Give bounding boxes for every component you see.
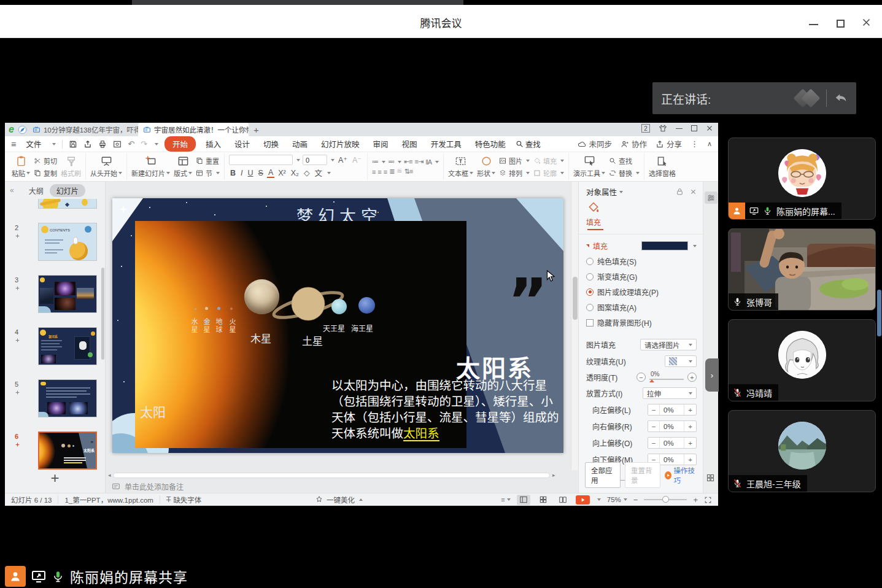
line-spacing-icon[interactable]: ⇅≡ [404, 168, 413, 176]
font-color-button[interactable]: A [267, 168, 274, 178]
menu-slideshow[interactable]: 幻灯片放映 [317, 137, 363, 151]
menu-home-tab[interactable]: 开始 [164, 136, 196, 152]
offset-left-stepper[interactable]: −0%+ [648, 404, 697, 416]
transparency-slider[interactable]: 0% [649, 373, 684, 382]
skin-icon[interactable] [659, 124, 667, 133]
superscript-button[interactable]: X² [277, 169, 287, 177]
view-sorter-button[interactable] [536, 495, 550, 505]
slide-thumb-row-3[interactable]: 3 [5, 275, 105, 313]
document-tab-1[interactable]: 10分钟穿越138亿年宇宙，吓得我 [28, 123, 138, 136]
share-button[interactable]: 分享 [656, 138, 682, 150]
slide-4-thumbnail[interactable]: 银河系 [38, 327, 97, 365]
justify-icon[interactable]: ≣ [389, 168, 394, 176]
redo-icon[interactable]: ↷ [141, 139, 147, 149]
menu-find[interactable]: 查找 [516, 138, 541, 150]
play-options-caret[interactable] [597, 498, 601, 501]
arrange-button[interactable]: 排列 [499, 168, 530, 178]
align-right-icon[interactable]: ≡ [384, 168, 387, 176]
menu-transition[interactable]: 切换 [260, 137, 282, 151]
wps-logo-icon[interactable]: e [9, 124, 14, 135]
more-menu-icon[interactable]: ⋮ [691, 139, 698, 149]
clear-format-icon[interactable]: ◇ [303, 168, 311, 177]
offset-right-stepper[interactable]: −0%+ [648, 420, 697, 432]
sync-status[interactable]: 未同步 [578, 138, 612, 150]
zoom-out-button[interactable]: − [633, 495, 638, 505]
increase-font-button[interactable]: A⁺ [337, 155, 349, 164]
replace-button[interactable]: 替换 [609, 168, 640, 178]
option-pattern-fill[interactable]: 图案填充(A) [579, 300, 703, 315]
view-reading-button[interactable] [556, 495, 570, 505]
slide-thumb-row-2[interactable]: 2 CONTENTS [5, 223, 105, 261]
horizontal-scrollbar[interactable] [113, 473, 550, 478]
undo-icon[interactable]: ↶ [128, 139, 134, 149]
option-gradient-fill[interactable]: 渐变填充(G) [579, 269, 703, 284]
bold-button[interactable]: B [229, 169, 237, 177]
slide-2-thumbnail[interactable]: CONTENTS [38, 223, 97, 261]
menu-file[interactable]: 文件 [22, 137, 45, 151]
format-painter-button[interactable]: 格式刷 [61, 156, 81, 178]
decrease-indent-icon[interactable]: ⇤≡ [404, 158, 412, 166]
participant-tile-1[interactable]: 陈丽娟的屏幕... [728, 137, 876, 220]
menu-view[interactable]: 视图 [398, 137, 421, 151]
menu-insert[interactable]: 插入 [202, 137, 225, 151]
slide-3-thumbnail[interactable] [38, 275, 97, 313]
transparency-plus-button[interactable]: + [687, 373, 697, 382]
collapse-ribbon-icon[interactable]: ∧ [707, 140, 712, 148]
scrollbar-thumb[interactable] [573, 277, 578, 320]
picture-button[interactable]: 图片 [499, 156, 530, 166]
document-tab-2-active[interactable]: 宇宙居然如此清澈！一个让你怀疑 ✕ [138, 123, 249, 136]
menu-devtools[interactable]: 开发工具 [427, 137, 465, 151]
apply-all-button[interactable]: 全部应用 [585, 462, 621, 488]
pin-lock-icon[interactable] [676, 188, 684, 196]
print-preview-icon[interactable] [113, 140, 122, 149]
zoom-slider[interactable] [644, 499, 687, 500]
option-hide-background[interactable]: 隐藏背景图形(H) [579, 315, 703, 330]
thumbnail-grid-icon[interactable] [706, 473, 715, 484]
close-button[interactable] [861, 17, 875, 28]
reply-arrow-icon[interactable] [834, 91, 848, 105]
fit-slide-icon[interactable] [704, 496, 712, 504]
paste-button[interactable]: 粘贴 [12, 155, 30, 178]
save-icon[interactable] [69, 140, 77, 149]
picture-select-dropdown[interactable]: 请选择图片 [640, 339, 697, 350]
slide-thumb-row-5[interactable]: 5 [5, 379, 105, 417]
menu-features[interactable]: 特色功能 [471, 137, 509, 151]
outline-button[interactable]: 轮廓 [533, 168, 564, 178]
align-center-icon[interactable]: ≡ [377, 168, 381, 176]
view-normal-button[interactable] [517, 495, 530, 505]
participant-tile-4[interactable]: 王晨旭-三年级 [728, 410, 876, 492]
font-size-input[interactable]: 0 [303, 155, 327, 165]
zoom-level[interactable]: 75% [607, 496, 627, 503]
slideshow-play-button[interactable] [576, 495, 590, 505]
quickbar-caret-icon[interactable] [155, 143, 158, 145]
notes-toggle[interactable]: ≡ [501, 496, 510, 503]
increase-indent-icon[interactable]: ≡⇥ [415, 158, 424, 166]
fill-color-swatch[interactable] [641, 241, 688, 250]
offset-up-stepper[interactable]: −0%+ [648, 437, 697, 449]
play-from-start-button[interactable]: 从头开始 [90, 155, 122, 178]
highlight-button[interactable]: 文 [314, 167, 324, 179]
option-solid-fill[interactable]: 纯色填充(S) [579, 253, 703, 269]
slide-editor[interactable]: 梦幻太空 太阳 水星 金星 地球 火星 木星 [112, 198, 563, 453]
wps-close-icon[interactable] [706, 125, 713, 132]
document-name[interactable]: 1_第一PPT，www.1ppt.com [64, 495, 153, 505]
decrease-font-button[interactable]: A⁻ [351, 155, 363, 164]
presentation-tools-button[interactable]: 演示工具 [573, 155, 605, 178]
participant-tile-3[interactable]: 冯靖靖 [728, 319, 876, 401]
missing-font-button[interactable]: T 缺失字体 [166, 495, 201, 505]
bullet-list-icon[interactable]: ≔ [372, 158, 378, 166]
docs-home-icon[interactable] [18, 125, 27, 134]
new-slide-button[interactable]: 新建幻灯片 [131, 155, 170, 178]
collapse-panel-icon[interactable]: « [10, 186, 14, 195]
transparency-minus-button[interactable]: − [636, 373, 646, 382]
section-button[interactable]: 节 [196, 168, 220, 178]
vertical-scrollbar[interactable] [571, 182, 578, 470]
slide-1-thumbnail[interactable] [38, 199, 97, 209]
tab-slides[interactable]: 幻灯片 [50, 184, 85, 197]
object-properties-toggle[interactable] [705, 191, 718, 204]
zoom-in-button[interactable]: + [693, 495, 698, 505]
add-slide-button[interactable]: + [5, 470, 105, 487]
slide-6-thumbnail-selected[interactable]: ” 太阳系 [38, 431, 97, 470]
slider-marker-icon[interactable] [649, 379, 654, 382]
swatch-caret-icon[interactable] [693, 245, 697, 247]
